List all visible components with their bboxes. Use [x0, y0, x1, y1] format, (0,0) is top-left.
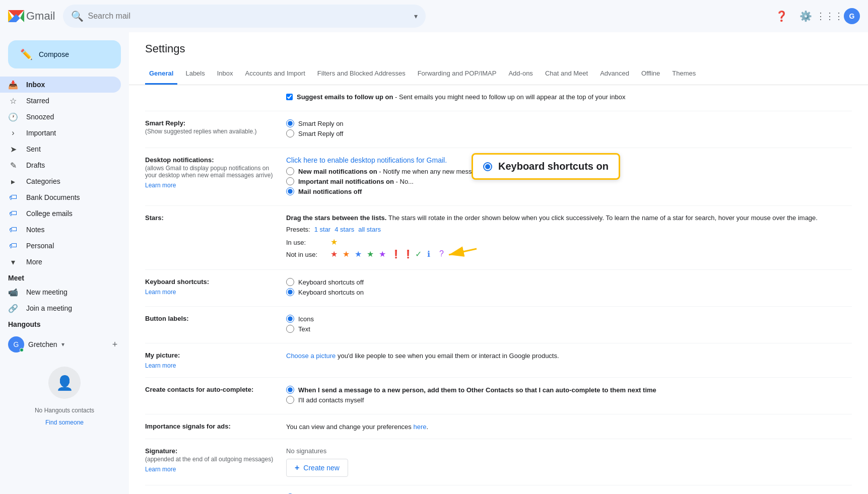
settings-button[interactable]: ⚙️ [795, 6, 816, 26]
tab-inbox[interactable]: Inbox [213, 63, 237, 85]
add-hangout-button[interactable]: + [109, 338, 121, 350]
tab-advanced[interactable]: Advanced [596, 63, 633, 85]
bl-text-radio[interactable] [286, 325, 294, 333]
cc-auto-radio[interactable] [286, 386, 294, 394]
preset-1star[interactable]: 1 star [314, 226, 331, 233]
ks-on-label: Keyboard shortcuts on [298, 289, 364, 296]
cc-manual-option[interactable]: I'll add contacts myself [286, 396, 852, 404]
my-picture-learn-more[interactable]: Learn more [145, 362, 176, 369]
mail-notif-off-option[interactable]: Mail notifications off [286, 187, 852, 195]
sidebar-item-categories[interactable]: ▸ Categories [0, 173, 121, 189]
sidebar-item-label: College emails [26, 209, 73, 218]
sidebar-item-more[interactable]: ▾ More [0, 254, 121, 270]
sidebar-item-new-meeting[interactable]: 📹 New meeting [0, 284, 121, 300]
ks-on-option[interactable]: Keyboard shortcuts on [286, 288, 852, 296]
compose-button[interactable]: ✏️ Compose [8, 40, 121, 68]
hangouts-user[interactable]: G Gretchen ▾ + [8, 334, 121, 355]
hangouts-user-name: Gretchen [28, 340, 57, 348]
sidebar-item-important[interactable]: › Important [0, 125, 121, 141]
star-blue[interactable]: ★ [355, 249, 365, 259]
importance-link[interactable]: here [413, 423, 426, 431]
create-new-button[interactable]: + Create new [286, 459, 348, 477]
tab-chat[interactable]: Chat and Meet [541, 63, 592, 85]
find-someone-link[interactable]: Find someone [45, 419, 84, 426]
search-dropdown-icon[interactable]: ▾ [414, 12, 418, 20]
sidebar-item-inbox[interactable]: 📥 Inbox [0, 77, 121, 93]
tab-labels[interactable]: Labels [181, 63, 209, 85]
hangouts-user-dropdown[interactable]: ▾ [61, 341, 64, 348]
choose-picture-link[interactable]: Choose a picture [286, 352, 336, 360]
star-check[interactable]: ✓ [415, 249, 425, 259]
tab-addons[interactable]: Add-ons [504, 63, 537, 85]
star-purple-q[interactable]: ? [439, 249, 449, 259]
star-red-bang[interactable]: ❗ [391, 249, 401, 259]
topbar-icons: ❓ ⚙️ ⋮⋮⋮ G [771, 6, 860, 26]
tab-offline[interactable]: Offline [637, 63, 664, 85]
sidebar-item-notes[interactable]: 🏷 Notes [0, 222, 121, 238]
smart-reply-on-radio[interactable] [286, 119, 294, 127]
sidebar-item-college-emails[interactable]: 🏷 College emails [0, 205, 121, 222]
mail-notif-off-radio[interactable] [286, 187, 294, 195]
importance-signals-text: You can view and change your preferences… [286, 423, 428, 431]
ks-off-label: Keyboard shortcuts off [298, 278, 364, 286]
ks-off-radio[interactable] [286, 278, 294, 286]
meet-section-label: Meet [0, 270, 129, 284]
important-notif-radio[interactable] [286, 177, 294, 185]
preset-4stars[interactable]: 4 stars [335, 226, 354, 233]
signature-learn-more[interactable]: Learn more [145, 466, 176, 473]
sidebar-item-snoozed[interactable]: 🕐 Snoozed [0, 109, 121, 125]
sidebar-item-sent[interactable]: ➤ Sent [0, 141, 121, 157]
online-indicator [20, 348, 24, 352]
star-yellow[interactable]: ★ [330, 237, 341, 247]
bl-text-option[interactable]: Text [286, 325, 852, 333]
avatar[interactable]: G [844, 8, 860, 24]
bl-icons-option[interactable]: Icons [286, 315, 852, 323]
star-green[interactable]: ★ [367, 249, 377, 259]
cc-auto-option[interactable]: When I send a message to a new person, a… [286, 386, 852, 394]
apps-button[interactable]: ⋮⋮⋮ [820, 6, 840, 26]
tab-accounts[interactable]: Accounts and Import [241, 63, 309, 85]
ks-on-radio[interactable] [286, 288, 294, 296]
sidebar-item-personal[interactable]: 🏷 Personal [0, 238, 121, 254]
tab-filters[interactable]: Filters and Blocked Addresses [313, 63, 410, 85]
star-orange-bang[interactable]: ❗ [403, 249, 413, 259]
smart-reply-on-label: Smart Reply on [298, 120, 344, 127]
join-meeting-icon: 🔗 [8, 304, 18, 313]
tab-general[interactable]: General [145, 63, 177, 85]
smart-reply-on-option[interactable]: Smart Reply on [286, 119, 852, 127]
preset-allstars[interactable]: all stars [358, 226, 381, 233]
desktop-notif-learn-more[interactable]: Learn more [145, 182, 176, 189]
keyboard-shortcuts-learn-more[interactable]: Learn more [145, 289, 176, 296]
ghost-avatar: 👤 [48, 367, 81, 399]
cc-manual-radio[interactable] [286, 396, 294, 404]
stars-desc-text: The stars will rotate in the order shown… [388, 214, 818, 222]
search-input[interactable] [88, 12, 410, 21]
not-in-use-stars[interactable]: ★ ★ ★ ★ ★ ❗ ❗ ✓ ℹ ? [330, 249, 449, 259]
topbar: Gmail 🔍 ▾ ❓ ⚙️ ⋮⋮⋮ G [0, 0, 868, 32]
smart-reply-off-option[interactable]: Smart Reply off [286, 129, 852, 137]
settings-row-personal-level: Personal level indicators: No indicators… [145, 485, 852, 494]
ks-off-option[interactable]: Keyboard shortcuts off [286, 278, 852, 286]
sidebar-item-starred[interactable]: ☆ Starred [0, 93, 121, 109]
suggest-option: Suggest emails to follow up on - Sent em… [286, 93, 852, 101]
settings-row-signature: Signature: (appended at the end of all o… [145, 439, 852, 485]
settings-row-create-contacts: Create contacts for auto-complete: When … [145, 378, 852, 414]
bl-icons-radio[interactable] [286, 315, 294, 323]
sidebar-item-drafts[interactable]: ✎ Drafts [0, 157, 121, 173]
star-purple[interactable]: ★ [379, 249, 389, 259]
help-button[interactable]: ❓ [771, 6, 791, 26]
star-blue-info[interactable]: ℹ [427, 249, 437, 259]
search-bar[interactable]: 🔍 ▾ [63, 5, 426, 28]
sidebar-item-bank-documents[interactable]: 🏷 Bank Documents [0, 189, 121, 205]
new-mail-notif-radio[interactable] [286, 167, 294, 175]
sidebar-item-join-meeting[interactable]: 🔗 Join a meeting [0, 300, 121, 316]
smart-reply-off-radio[interactable] [286, 129, 294, 137]
tab-themes[interactable]: Themes [668, 63, 700, 85]
suggest-checkbox[interactable] [286, 94, 293, 100]
star-orange[interactable]: ★ [343, 249, 353, 259]
sidebar-item-label: Drafts [26, 161, 45, 169]
enable-desktop-notif-link[interactable]: Click here to enable desktop notificatio… [286, 156, 447, 164]
tab-forwarding[interactable]: Forwarding and POP/IMAP [414, 63, 501, 85]
in-use-stars[interactable]: ★ [330, 237, 341, 247]
star-red[interactable]: ★ [330, 249, 341, 259]
